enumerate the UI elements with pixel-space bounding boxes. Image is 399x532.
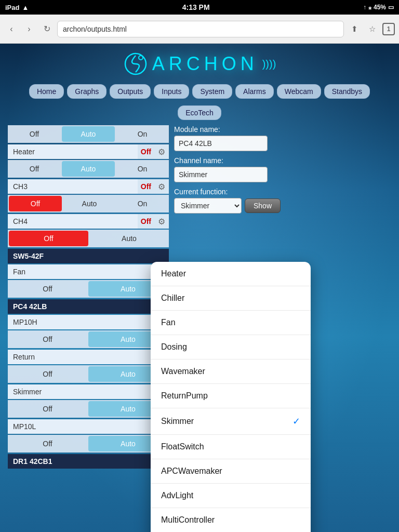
heater-device-row: Heater Off ⚙ bbox=[8, 144, 169, 159]
fan-label: Fan bbox=[8, 264, 153, 279]
dropdown-item-heater[interactable]: Heater bbox=[151, 262, 311, 286]
ch3-off-btn[interactable]: Off bbox=[8, 161, 61, 177]
skimmer-control-row: Off Auto bbox=[8, 400, 169, 418]
module-name-label: Module name: bbox=[174, 125, 391, 134]
ch3-control-row: Off Auto On bbox=[8, 160, 169, 178]
ch4-off2-btn[interactable]: Off bbox=[9, 231, 88, 246]
function-select[interactable]: Skimmer bbox=[174, 198, 242, 214]
checkmark-icon: ✓ bbox=[292, 416, 300, 427]
dropdown-item-fan[interactable]: Fan bbox=[151, 311, 311, 335]
nav-ecotech[interactable]: EcoTech bbox=[178, 105, 221, 120]
heater-label: Heater bbox=[8, 144, 138, 159]
ch4-device-row: CH4 Off ⚙ bbox=[8, 214, 169, 229]
ch4-off-btn[interactable]: Off bbox=[9, 196, 62, 211]
logo-icon bbox=[123, 51, 148, 76]
channel-name-label: Channel name: bbox=[174, 156, 391, 165]
heater-control-row: Off Auto On bbox=[8, 125, 169, 143]
share-button[interactable]: ⬆ bbox=[347, 22, 362, 36]
nav-webcam[interactable]: Webcam bbox=[277, 84, 321, 99]
pc4-section-header: PC4 42LB bbox=[8, 299, 169, 314]
ch4-label: CH4 bbox=[8, 214, 138, 229]
channel-name-input[interactable] bbox=[174, 167, 268, 182]
ch4-second-control-row: Off Auto bbox=[8, 230, 169, 247]
battery-icon: ▭ bbox=[388, 4, 394, 11]
status-right: ↑ ⁎ 45% ▭ bbox=[363, 4, 394, 11]
return-control-row: Off Auto bbox=[8, 365, 169, 383]
mp10l-off-btn[interactable]: Off bbox=[8, 436, 87, 451]
ch3-auto-btn[interactable]: Auto bbox=[62, 161, 115, 177]
mp10h-label: MP10H bbox=[8, 315, 153, 329]
status-bar: iPad ▲ 4:13 PM ↑ ⁎ 45% ▭ bbox=[0, 0, 399, 15]
mp10h-off-btn[interactable]: Off bbox=[8, 331, 87, 347]
logo-text: ARCHON bbox=[152, 53, 258, 75]
nav-system[interactable]: System bbox=[192, 84, 232, 99]
battery-label: 45% bbox=[374, 4, 386, 11]
nav-inputs[interactable]: Inputs bbox=[154, 84, 189, 99]
back-button[interactable]: ‹ bbox=[4, 22, 19, 36]
ch4-gear-icon[interactable]: ⚙ bbox=[154, 214, 169, 229]
heater-gear-icon[interactable]: ⚙ bbox=[154, 144, 169, 159]
fan-control-row: Off Auto bbox=[8, 280, 169, 298]
dr1-section-header: DR1 42CB1 bbox=[8, 454, 169, 469]
function-row: Skimmer Show bbox=[174, 198, 391, 214]
dropdown-heater-label: Heater bbox=[161, 269, 186, 278]
dropdown-item-chiller[interactable]: Chiller bbox=[151, 286, 311, 311]
skimmer-label: Skimmer bbox=[8, 384, 153, 399]
dropdown-item-dosing[interactable]: Dosing bbox=[151, 335, 311, 360]
mp10l-control-row: Off Auto bbox=[8, 435, 169, 453]
show-button[interactable]: Show bbox=[245, 198, 281, 213]
dropdown-dosing-label: Dosing bbox=[161, 342, 187, 352]
wifi-icon: ▲ bbox=[22, 4, 29, 11]
ch4-auto-btn[interactable]: Auto bbox=[63, 196, 116, 211]
url-text: archon/outputs.html bbox=[63, 25, 127, 33]
fan-device-row: Fan On bbox=[8, 264, 169, 279]
status-time: 4:13 PM bbox=[182, 3, 210, 11]
heater-off-btn[interactable]: Off bbox=[8, 126, 61, 142]
dropdown-advlight-label: AdvLight bbox=[161, 491, 193, 500]
dropdown-skimmer-label: Skimmer bbox=[161, 417, 194, 426]
return-off-btn[interactable]: Off bbox=[8, 366, 87, 382]
skimmer-off-btn[interactable]: Off bbox=[8, 401, 87, 417]
ch4-status: Off bbox=[138, 217, 154, 225]
carrier-label: iPad bbox=[5, 4, 19, 11]
dropdown-item-returnpump[interactable]: ReturnPump bbox=[151, 384, 311, 408]
ch3-gear-icon[interactable]: ⚙ bbox=[154, 179, 169, 194]
ch4-control-row: Off Auto On bbox=[8, 195, 169, 212]
nav-home[interactable]: Home bbox=[29, 84, 64, 99]
forward-button[interactable]: › bbox=[22, 22, 36, 36]
bookmark-button[interactable]: ☆ bbox=[365, 22, 379, 36]
ch3-device-row: CH3 Off ⚙ bbox=[8, 179, 169, 194]
ch4-auto2-btn[interactable]: Auto bbox=[89, 231, 169, 246]
browser-chrome: ‹ › ↻ archon/outputs.html ⬆ ☆ 1 bbox=[0, 15, 399, 44]
wifi-logo-icon: )))) bbox=[262, 58, 276, 70]
dropdown-fan-label: Fan bbox=[161, 318, 176, 327]
dropdown-overlay: Heater Chiller Fan Dosing Wavemaker Retu… bbox=[151, 262, 311, 532]
sw5-section-header: SW5-42F bbox=[8, 249, 169, 263]
fan-off-btn[interactable]: Off bbox=[8, 281, 87, 297]
tab-count[interactable]: 1 bbox=[382, 23, 395, 35]
function-label: Current function: bbox=[174, 188, 391, 196]
dropdown-item-apcwavemaker[interactable]: APCWavemaker bbox=[151, 459, 311, 484]
status-left: iPad ▲ bbox=[5, 4, 29, 11]
reload-button[interactable]: ↻ bbox=[39, 22, 54, 36]
nav-graphs[interactable]: Graphs bbox=[67, 84, 107, 99]
heater-on-btn[interactable]: On bbox=[116, 126, 169, 142]
dropdown-item-advlight[interactable]: AdvLight bbox=[151, 484, 311, 508]
module-name-input[interactable] bbox=[174, 136, 268, 151]
ch3-on-btn[interactable]: On bbox=[116, 161, 169, 177]
dropdown-item-wavemaker[interactable]: Wavemaker bbox=[151, 360, 311, 384]
nav-standbys[interactable]: Standbys bbox=[324, 84, 370, 99]
ch3-label: CH3 bbox=[8, 179, 138, 194]
mp10h-device-row: MP10H On bbox=[8, 315, 169, 329]
nav-outputs[interactable]: Outputs bbox=[110, 84, 151, 99]
left-panel: Off Auto On Heater Off ⚙ Off Auto On CH3… bbox=[8, 125, 169, 470]
heater-auto-btn[interactable]: Auto bbox=[62, 126, 115, 142]
dropdown-item-floatswitch[interactable]: FloatSwitch bbox=[151, 435, 311, 459]
nav-alarms[interactable]: Alarms bbox=[235, 84, 274, 99]
address-bar[interactable]: archon/outputs.html bbox=[57, 21, 344, 37]
dropdown-item-multicontroller[interactable]: MultiController bbox=[151, 508, 311, 532]
ch4-on-btn[interactable]: On bbox=[116, 196, 169, 211]
return-device-row: Return On bbox=[8, 350, 169, 364]
dropdown-apcwavemaker-label: APCWavemaker bbox=[161, 467, 222, 476]
dropdown-item-skimmer[interactable]: Skimmer ✓ bbox=[151, 408, 311, 435]
